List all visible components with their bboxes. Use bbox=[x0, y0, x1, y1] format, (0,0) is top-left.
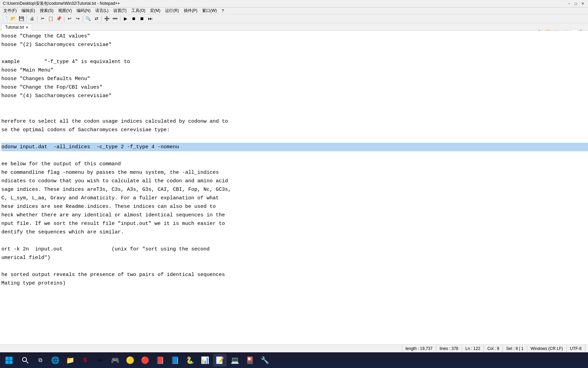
taskbar: ⧉ 🌐 📁 S ✂ 🎮 🟡 🔴 📕 📘 🐍 📊 📝 💻 🎴 🔧 bbox=[0, 352, 588, 368]
tb-macro2[interactable]: ⏺ bbox=[130, 15, 137, 22]
tb-save[interactable]: 💾 bbox=[18, 15, 25, 22]
menu-tools[interactable]: 工具(O) bbox=[129, 7, 147, 14]
tb-sep2 bbox=[37, 16, 37, 22]
tb-sep3 bbox=[64, 16, 64, 22]
menu-view[interactable]: 视图(V) bbox=[56, 7, 74, 14]
editor-line-29: Mating type proteins) bbox=[1, 279, 588, 288]
maximize-button[interactable]: □ bbox=[573, 1, 578, 6]
editor-line-0: hoose "Change the CAI values" bbox=[1, 32, 588, 41]
taskbar-icon3[interactable]: ✂ bbox=[93, 354, 107, 367]
tb-zoom-out[interactable]: ➖ bbox=[111, 15, 119, 22]
status-lines: lines : 378 bbox=[436, 344, 462, 352]
tb-find[interactable]: 🔍 bbox=[84, 15, 92, 22]
editor-line-2 bbox=[1, 49, 588, 58]
tab-close-button[interactable]: ✕ bbox=[26, 26, 28, 29]
editor-line-23: dentify the sequences which are similar. bbox=[1, 228, 588, 236]
taskbar-icon9[interactable]: 🎴 bbox=[243, 354, 257, 367]
taskbar-sougou-icon[interactable]: S bbox=[78, 354, 92, 367]
editor-line-27 bbox=[1, 262, 588, 271]
status-sel: Sel : 8 | 1 bbox=[503, 344, 527, 352]
editor-line-19: C, L_sym, L_aa, Gravy and Aromaticity. F… bbox=[1, 194, 588, 202]
tb-paste[interactable]: 📌 bbox=[55, 15, 63, 22]
status-col: Col : 9 bbox=[484, 344, 503, 352]
taskbar-icon10[interactable]: 🔧 bbox=[258, 354, 272, 367]
tb-redo[interactable]: ↪ bbox=[74, 15, 81, 22]
taskbar-search-button[interactable] bbox=[18, 354, 32, 367]
title-text: C:\Users\Desktop\安装包\codonw\Win32\Tutori… bbox=[3, 1, 120, 6]
editor-line-26: umerical field") bbox=[1, 254, 588, 262]
editor-line-6: hoose "Change the Fop/CBI values" bbox=[1, 83, 588, 92]
editor-line-16: he commandline flag -nomenu by passes th… bbox=[1, 168, 588, 177]
taskbar-icon8[interactable]: 💻 bbox=[228, 354, 242, 367]
menu-plugins[interactable]: 插件(P) bbox=[182, 7, 199, 14]
tb-macro1[interactable]: ▶ bbox=[122, 15, 129, 22]
svg-rect-0 bbox=[5, 357, 9, 360]
status-ln: Ln : 122 bbox=[462, 344, 484, 352]
minimize-button[interactable]: － bbox=[566, 1, 572, 6]
close-button[interactable]: ✕ bbox=[580, 1, 585, 6]
tb-macro4[interactable]: ⏭ bbox=[146, 15, 154, 22]
menu-bar: 文件(F) 编辑(E) 搜索(S) 视图(V) 编码(N) 语言(L) 设置(T… bbox=[0, 7, 588, 14]
menu-help[interactable]: ? bbox=[219, 8, 226, 14]
editor-line-21: heck whether there are any identical or … bbox=[1, 211, 588, 219]
tb-cut[interactable]: ✂ bbox=[39, 15, 46, 22]
taskbar-notepad-icon[interactable]: 📝 bbox=[213, 354, 227, 367]
taskbar-pdf-icon[interactable]: 📕 bbox=[153, 354, 167, 367]
editor-line-9 bbox=[1, 109, 588, 117]
tb-sep5 bbox=[101, 16, 102, 22]
tb-undo[interactable]: ↩ bbox=[66, 15, 73, 22]
taskbar-start-button[interactable] bbox=[2, 354, 16, 367]
svg-point-4 bbox=[22, 357, 27, 362]
taskbar-taskview-button[interactable]: ⧉ bbox=[33, 354, 47, 367]
editor-content[interactable]: hoose "Change the CAI values" hoose "(2)… bbox=[0, 32, 588, 288]
status-bar: length : 19,737 lines : 378 Ln : 122 Col… bbox=[0, 344, 588, 352]
taskbar-icon7[interactable]: 📊 bbox=[198, 354, 212, 367]
tb-sep6 bbox=[120, 16, 120, 22]
tb-open[interactable]: 📂 bbox=[10, 15, 17, 22]
tb-print[interactable]: 🖨 bbox=[28, 15, 36, 22]
menu-run[interactable]: 运行(R) bbox=[163, 7, 181, 14]
tb-macro3[interactable]: ⏹ bbox=[138, 15, 146, 22]
editor-line-7: hoose "(4) Saccharomyces cerevisiae" bbox=[1, 92, 588, 100]
title-bar: C:\Users\Desktop\安装包\codonw\Win32\Tutori… bbox=[0, 0, 588, 7]
menu-search[interactable]: 搜索(S) bbox=[38, 7, 55, 14]
status-encoding: UTF-8 bbox=[567, 344, 585, 352]
active-tab[interactable]: Tutorial.txt ✕ bbox=[1, 24, 32, 31]
editor-line-4: hoose "Main Menu" bbox=[1, 66, 588, 75]
window-controls: － □ ✕ bbox=[566, 1, 585, 6]
svg-rect-1 bbox=[9, 357, 13, 360]
editor-line-28: he sorted output reveals the presence of… bbox=[1, 271, 588, 279]
taskbar-chrome-icon[interactable]: 🟡 bbox=[123, 354, 137, 367]
status-length: length : 19,737 bbox=[402, 344, 436, 352]
taskbar-icon5[interactable]: 🔴 bbox=[138, 354, 152, 367]
tb-zoom-in[interactable]: ➕ bbox=[103, 15, 111, 22]
taskbar-word-icon[interactable]: 📘 bbox=[168, 354, 182, 367]
editor-line-22: nput file. If we sort the result file "i… bbox=[1, 219, 588, 228]
menu-encode[interactable]: 编码(N) bbox=[75, 7, 93, 14]
taskbar-edge-icon[interactable]: 🌐 bbox=[48, 354, 62, 367]
taskbar-explorer-icon[interactable]: 📁 bbox=[63, 354, 77, 367]
tb-new[interactable]: 📄 bbox=[1, 15, 9, 22]
menu-window[interactable]: 窗口(W) bbox=[200, 7, 219, 14]
editor-line-10: herefore to select all the codon usage i… bbox=[1, 117, 588, 126]
taskbar-icon4[interactable]: 🎮 bbox=[108, 354, 122, 367]
tab-label: Tutorial.txt bbox=[5, 25, 24, 30]
editor-line-18: sage indices. These indices areT3s, C3s,… bbox=[1, 185, 588, 194]
status-windows: Windows (CR LF) bbox=[527, 344, 567, 352]
editor-line-15: ee below for the output of this command bbox=[1, 160, 588, 168]
menu-settings[interactable]: 设置(T) bbox=[111, 7, 129, 14]
menu-language[interactable]: 语言(L) bbox=[93, 7, 111, 14]
tb-replace[interactable]: ⇄ bbox=[93, 15, 100, 22]
tab-bar: Tutorial.txt ✕ bbox=[0, 23, 588, 31]
svg-line-5 bbox=[26, 361, 28, 363]
editor-area[interactable]: hoose "Change the CAI values" hoose "(2)… bbox=[0, 31, 588, 344]
menu-file[interactable]: 文件(F) bbox=[1, 7, 19, 14]
editor-line-12 bbox=[1, 134, 588, 143]
taskbar-icon6[interactable]: 🐍 bbox=[183, 354, 197, 367]
menu-macro[interactable]: 宏(M) bbox=[148, 7, 162, 14]
svg-rect-2 bbox=[5, 361, 9, 364]
menu-edit[interactable]: 编辑(E) bbox=[19, 7, 37, 14]
editor-line-13: odonw input.dat -all_indices -c_type 2 -… bbox=[1, 143, 588, 151]
editor-line-5: hoose "Changes Defaults Menu" bbox=[1, 75, 588, 83]
tb-copy[interactable]: 📋 bbox=[47, 15, 54, 22]
